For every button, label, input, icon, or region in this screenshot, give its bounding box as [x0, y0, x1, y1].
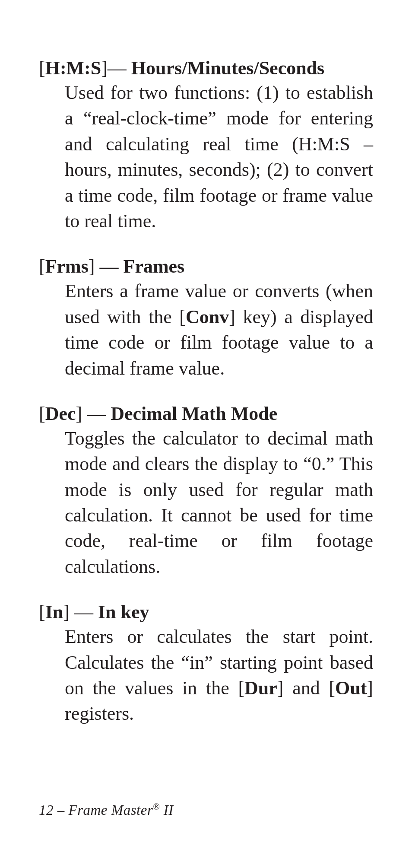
dash-separator: —	[108, 57, 131, 79]
body-text: Toggles the calculator to decimal math m…	[65, 428, 373, 577]
dash-separator: —	[70, 601, 98, 623]
inline-key-ref: Conv	[186, 306, 229, 327]
dash-separator: —	[82, 403, 111, 424]
bracket-close: ]	[89, 256, 95, 277]
definition-entry: [Dec] — Decimal Math ModeToggles the cal…	[39, 402, 373, 579]
entry-title: In key	[98, 601, 149, 623]
entry-body: Enters a frame value or converts (when u…	[39, 278, 373, 381]
bracket-open: [	[39, 57, 45, 79]
entry-heading: [Dec] — Decimal Math Mode	[39, 402, 373, 426]
body-text: ] and [	[277, 677, 335, 699]
entry-heading: [In] — In key	[39, 600, 373, 624]
key-label: Dec	[45, 403, 76, 424]
entry-heading: [Frms] — Frames	[39, 254, 373, 278]
key-label: H:M:S	[45, 57, 101, 79]
inline-key-ref: Out	[335, 677, 367, 699]
entry-heading: [H:M:S]— Hours/Minutes/Seconds	[39, 56, 373, 80]
definition-entry: [H:M:S]— Hours/Minutes/SecondsUsed for t…	[39, 56, 373, 234]
key-label: Frms	[45, 256, 89, 277]
footer-product-post: II	[160, 802, 174, 818]
inline-key-ref: Dur	[244, 677, 277, 699]
footer-separator: –	[54, 802, 69, 818]
entry-title: Decimal Math Mode	[111, 403, 277, 424]
entry-body: Enters or calculates the start point. Ca…	[39, 624, 373, 727]
body-text: Used for two functions: (1) to estab­lis…	[65, 82, 373, 232]
bracket-open: [	[39, 403, 45, 424]
footer-page-number: 12	[39, 802, 54, 818]
key-label: In	[45, 601, 63, 623]
entry-body: Used for two functions: (1) to estab­lis…	[39, 80, 373, 234]
dash-separator: —	[95, 256, 124, 277]
definition-entry: [Frms] — FramesEnters a frame value or c…	[39, 254, 373, 381]
entry-body: Toggles the calculator to decimal math m…	[39, 426, 373, 579]
entries-list: [H:M:S]— Hours/Minutes/SecondsUsed for t…	[39, 56, 373, 727]
definition-entry: [In] — In keyEnters or calculates the st…	[39, 600, 373, 727]
bracket-close: ]	[76, 403, 82, 424]
manual-page: [H:M:S]— Hours/Minutes/SecondsUsed for t…	[0, 0, 412, 868]
entry-title: Hours/Minutes/Seconds	[131, 57, 324, 79]
bracket-open: [	[39, 601, 45, 623]
entry-title: Frames	[124, 256, 185, 277]
page-footer: 12 – Frame Master® II	[39, 802, 174, 818]
bracket-close: ]	[63, 601, 70, 623]
bracket-open: [	[39, 256, 45, 277]
footer-product-pre: Frame Master	[69, 802, 153, 818]
bracket-close: ]	[101, 57, 108, 79]
registered-mark-icon: ®	[153, 802, 160, 811]
